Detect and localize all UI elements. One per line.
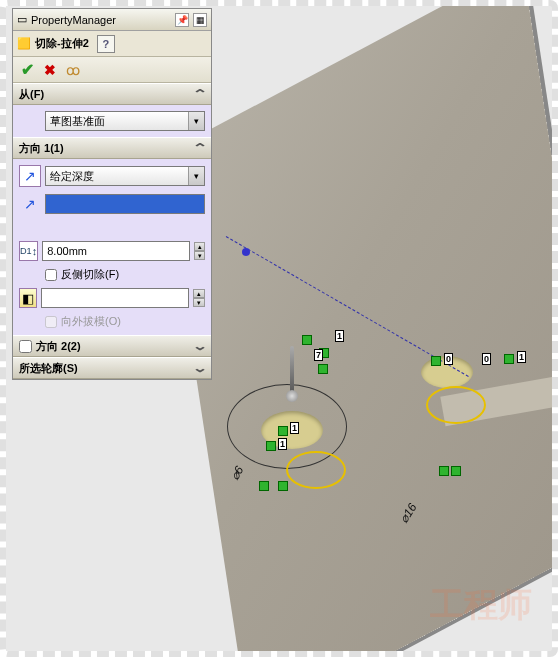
constraint-badge: 1: [278, 438, 287, 450]
draft-spinner[interactable]: ▴▾: [193, 289, 205, 307]
draft-outward-checkbox: [45, 316, 57, 328]
direction-vector-icon: ↗: [19, 193, 41, 215]
draft-outward-checkbox-row: 向外拔模(O): [19, 314, 205, 329]
section-dir1-label: 方向 1(1): [19, 141, 64, 156]
help-button[interactable]: ?: [97, 35, 115, 53]
detailed-preview-button[interactable]: ꝏ: [66, 62, 80, 78]
chevron-up-icon: ⌃: [192, 87, 208, 101]
chevron-down-icon: ⌄: [192, 339, 208, 353]
end-condition-value: 给定深度: [50, 169, 200, 184]
confirm-row: ✔ ✖ ꝏ: [13, 57, 211, 83]
chevron-down-icon: ▾: [188, 167, 204, 185]
watermark: 工程师: [430, 587, 532, 621]
pm-titlebar: ▭ PropertyManager 📌 ▦: [13, 9, 211, 31]
sketch-relation-icon[interactable]: [318, 364, 328, 374]
sketch-relation-icon[interactable]: [278, 481, 288, 491]
feature-name: 切除-拉伸2: [35, 36, 89, 51]
depth-spinner[interactable]: ▴▾: [194, 242, 205, 260]
sketch-relation-icon[interactable]: [504, 354, 514, 364]
feature-name-row: 🟨 切除-拉伸2 ?: [13, 31, 211, 57]
sketch-relation-icon[interactable]: [439, 466, 449, 476]
section-contours-label: 所选轮廓(S): [19, 361, 78, 376]
sketch-relation-icon[interactable]: [431, 356, 441, 366]
constraint-badge: 1: [335, 330, 344, 342]
constraint-badge: 1: [517, 351, 526, 363]
depth-input[interactable]: [42, 241, 190, 261]
chevron-down-icon: ▾: [188, 112, 204, 130]
sketch-point[interactable]: [242, 248, 250, 256]
panel-grip-icon: ▭: [17, 13, 27, 26]
draft-angle-input[interactable]: [41, 288, 189, 308]
section-from-label: 从(F): [19, 87, 44, 102]
flip-side-label: 反侧切除(F): [61, 267, 119, 282]
cancel-button[interactable]: ✖: [44, 62, 56, 78]
constraint-badge: 7: [314, 349, 323, 361]
flip-side-checkbox-row[interactable]: 反侧切除(F): [19, 267, 205, 282]
pane-layout-icon[interactable]: ▦: [193, 13, 207, 27]
sketch-relation-icon[interactable]: [451, 466, 461, 476]
preview-circle-2: [286, 451, 346, 489]
sketch-relation-icon[interactable]: [302, 335, 312, 345]
section-dir2-label: 方向 2(2): [36, 339, 81, 354]
cut-extrude-icon: 🟨: [17, 37, 31, 50]
ok-button[interactable]: ✔: [21, 60, 34, 79]
from-start-condition-select[interactable]: 草图基准面 ▾: [45, 111, 205, 131]
property-manager-panel: ▭ PropertyManager 📌 ▦ 🟨 切除-拉伸2 ? ✔ ✖ ꝏ 从…: [12, 8, 212, 380]
pushpin-icon[interactable]: 📌: [175, 13, 189, 27]
reverse-direction-button[interactable]: ↗: [19, 165, 41, 187]
end-condition-select[interactable]: 给定深度 ▾: [45, 166, 205, 186]
constraint-badge: 0: [444, 353, 453, 365]
section-dir2-header[interactable]: 方向 2(2) ⌄: [13, 335, 211, 357]
sketch-relation-icon[interactable]: [278, 426, 288, 436]
constraint-badge: 1: [290, 422, 299, 434]
sketch-relation-icon[interactable]: [259, 481, 269, 491]
direction-reference-input[interactable]: [45, 194, 205, 214]
section-dir1-header[interactable]: 方向 1(1) ⌃: [13, 137, 211, 159]
section-from-header[interactable]: 从(F) ⌃: [13, 83, 211, 105]
section-from-body: 草图基准面 ▾: [13, 105, 211, 137]
model-solid: [162, 6, 552, 651]
dir2-enable-checkbox[interactable]: [19, 340, 32, 353]
chevron-up-icon: ⌃: [192, 141, 208, 155]
section-contours-header[interactable]: 所选轮廓(S) ⌄: [13, 357, 211, 379]
pm-title-text: PropertyManager: [31, 14, 116, 26]
constraint-badge: 0: [482, 353, 491, 365]
chevron-down-icon: ⌄: [192, 361, 208, 375]
flip-side-checkbox[interactable]: [45, 269, 57, 281]
section-dir1-body: ↗ 给定深度 ▾ ↗ D1↕ ▴▾ 反侧切除(F) ◧ ▴▾ 向外拔模(O): [13, 159, 211, 335]
draft-outward-label: 向外拔模(O): [61, 314, 121, 329]
depth-icon: D1↕: [19, 241, 38, 261]
preview-circle-1: [426, 386, 486, 424]
extrude-direction-handle[interactable]: [290, 346, 294, 394]
from-start-value: 草图基准面: [50, 114, 200, 129]
draft-on-off-button[interactable]: ◧: [19, 288, 37, 308]
sketch-relation-icon[interactable]: [266, 441, 276, 451]
